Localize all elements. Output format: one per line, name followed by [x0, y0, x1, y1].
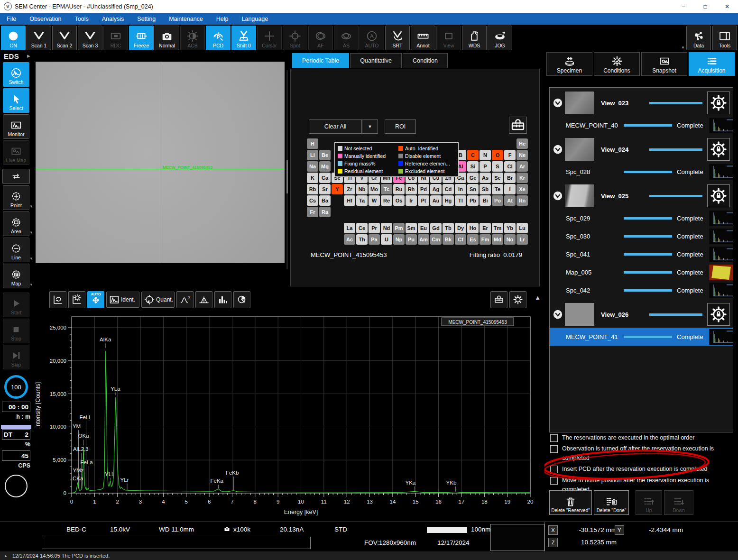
acquisition-item-row[interactable]: Spc_042 Complete: [550, 281, 733, 299]
roi-button[interactable]: ROI: [385, 119, 416, 134]
element-mo[interactable]: Mo: [369, 184, 380, 194]
element-k[interactable]: K: [307, 173, 318, 183]
shift-0-button[interactable]: Shift 0: [231, 26, 256, 50]
acquisition-item-row[interactable]: Map_005 Complete: [550, 263, 733, 281]
view-thumbnail[interactable]: [565, 92, 594, 114]
element-bi[interactable]: Bi: [480, 195, 491, 206]
jog-button[interactable]: JOG: [488, 26, 512, 50]
chevron-circle-icon[interactable]: [553, 98, 563, 108]
element-hg[interactable]: Hg: [443, 195, 454, 206]
element-si[interactable]: Si: [467, 161, 479, 172]
normal-button[interactable]: Normal: [155, 26, 179, 50]
element-sm[interactable]: Sm: [406, 223, 417, 233]
view-row[interactable]: View_023: [550, 90, 733, 116]
eds-toolbox-button[interactable]: [509, 117, 527, 134]
chevron-circle-icon[interactable]: [553, 191, 563, 201]
element-br[interactable]: Br: [504, 173, 516, 183]
clear-all-dropdown-icon[interactable]: ▼: [362, 119, 378, 134]
element-nb[interactable]: Nb: [356, 184, 368, 194]
element-rh[interactable]: Rh: [406, 184, 417, 194]
element-pr[interactable]: Pr: [369, 223, 380, 233]
checkbox[interactable]: [550, 434, 558, 442]
element-pd[interactable]: Pd: [418, 184, 429, 194]
element-c[interactable]: C: [467, 150, 479, 160]
point-mode-button[interactable]: Point▼: [3, 185, 29, 210]
tab-periodic-table[interactable]: Periodic Table: [292, 53, 349, 68]
acquisition-item-row[interactable]: Spc_030 Complete: [550, 227, 733, 245]
data-button[interactable]: Data: [686, 26, 711, 50]
element-w[interactable]: W: [369, 195, 380, 206]
view-settings-button[interactable]: [707, 138, 730, 161]
scan-2-button[interactable]: Scan 2: [52, 26, 77, 50]
eds-spectrum-chart[interactable]: 0123456789101112131415161718192005,00010…: [32, 310, 544, 522]
menu-observation[interactable]: Observation: [23, 13, 68, 25]
element-se[interactable]: Se: [492, 173, 503, 183]
element-te[interactable]: Te: [492, 184, 503, 194]
view-settings-button[interactable]: [707, 184, 730, 207]
menu-maintenance[interactable]: Maintenance: [162, 13, 210, 25]
element-cd[interactable]: Cd: [443, 184, 454, 194]
element-ag[interactable]: Ag: [430, 184, 442, 194]
area-mode-button[interactable]: Area▼: [3, 211, 29, 236]
element-ce[interactable]: Ce: [356, 223, 368, 233]
result-thumbnail[interactable]: [709, 283, 733, 298]
result-thumbnail[interactable]: [709, 164, 733, 180]
element-sn[interactable]: Sn: [467, 184, 479, 194]
select-button[interactable]: Select: [3, 88, 29, 113]
quant-button[interactable]: Quant.: [141, 292, 175, 308]
axis-reset-button[interactable]: [49, 291, 66, 308]
acquisition-item-row[interactable]: Spc_041 Complete: [550, 245, 733, 263]
element-hf[interactable]: Hf: [344, 195, 355, 206]
view-row[interactable]: View_024: [550, 136, 733, 163]
view-thumbnail[interactable]: [565, 184, 594, 207]
close-button[interactable]: ✕: [716, 0, 738, 13]
wds-button[interactable]: WDS: [462, 26, 487, 50]
element-lu[interactable]: Lu: [517, 223, 528, 233]
expand-log-icon[interactable]: ▲: [4, 554, 8, 558]
checkbox[interactable]: [550, 466, 558, 473]
toolbar-overflow-caret-icon[interactable]: ▼: [681, 46, 685, 50]
menu-setting[interactable]: Setting: [130, 13, 162, 25]
histogram-button[interactable]: [214, 291, 231, 308]
tab-acquisition[interactable]: Acquisition: [689, 52, 735, 76]
menu-language[interactable]: Language: [235, 13, 275, 25]
delete-reserved-button[interactable]: Delete "Reserved": [549, 490, 592, 515]
view-settings-button[interactable]: [707, 92, 730, 114]
result-thumbnail[interactable]: [709, 229, 733, 244]
sem-image[interactable]: MECW_POINT_415095453: [36, 62, 285, 263]
element-gd[interactable]: Gd: [430, 223, 442, 233]
element-ta[interactable]: Ta: [356, 195, 368, 206]
map-mode-button[interactable]: Map▼: [3, 264, 29, 288]
element-la[interactable]: La: [344, 223, 355, 233]
element-i[interactable]: I: [504, 184, 516, 194]
view-row[interactable]: View_025: [550, 183, 733, 209]
element-ir[interactable]: Ir: [406, 195, 417, 206]
line-mode-button[interactable]: Line▼: [3, 238, 29, 262]
result-thumbnail[interactable]: [709, 211, 733, 226]
result-thumbnail[interactable]: [709, 329, 733, 345]
element-ho[interactable]: Ho: [467, 223, 479, 233]
tab-specimen[interactable]: Specimen: [546, 52, 592, 76]
element-cs[interactable]: Cs: [307, 195, 318, 206]
overview-thumbnail[interactable]: [490, 524, 544, 551]
view-thumbnail[interactable]: [565, 303, 594, 326]
element-ge[interactable]: Ge: [467, 173, 479, 183]
element-f[interactable]: F: [504, 150, 516, 160]
element-tm[interactable]: Tm: [492, 223, 503, 233]
element-y[interactable]: Y: [332, 184, 343, 194]
element-yb[interactable]: Yb: [504, 223, 516, 233]
result-thumbnail[interactable]: [709, 247, 733, 262]
element-re[interactable]: Re: [381, 195, 392, 206]
element-rb[interactable]: Rb: [307, 184, 318, 194]
element-ca[interactable]: Ca: [319, 173, 331, 183]
chevron-circle-icon[interactable]: [553, 309, 563, 320]
auto-scale-button[interactable]: AUTO: [87, 291, 104, 308]
view-thumbnail[interactable]: [565, 138, 594, 161]
element-th[interactable]: Th: [356, 234, 368, 245]
element-n[interactable]: N: [480, 150, 491, 160]
swap-modes-button[interactable]: [2, 169, 30, 184]
element-zr[interactable]: Zr: [344, 184, 355, 194]
element-tb[interactable]: Tb: [443, 223, 454, 233]
element-in[interactable]: In: [455, 184, 466, 194]
peak-fit-button[interactable]: [195, 291, 212, 308]
